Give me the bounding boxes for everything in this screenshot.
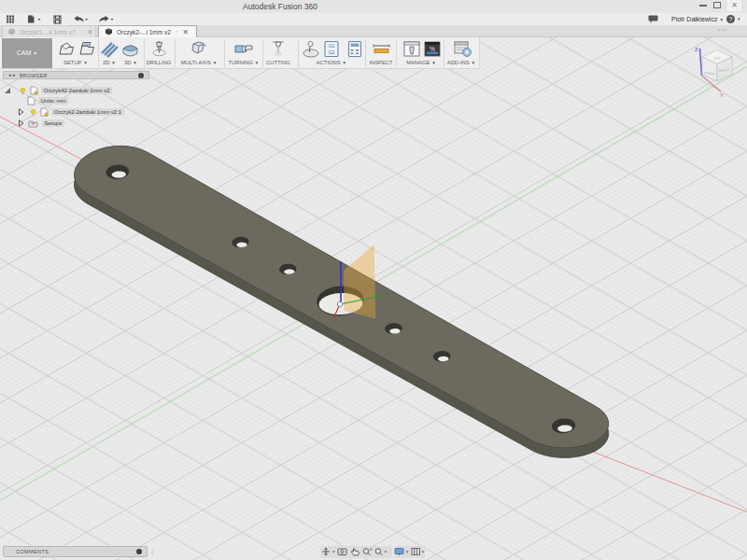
svg-text:G2: G2	[329, 49, 335, 55]
svg-text:X: X	[720, 92, 724, 98]
svg-text:Z: Z	[695, 47, 698, 52]
svg-text:G1: G1	[329, 43, 335, 49]
svg-text:%: %	[430, 46, 435, 52]
svg-text:TOP: TOP	[713, 57, 721, 61]
